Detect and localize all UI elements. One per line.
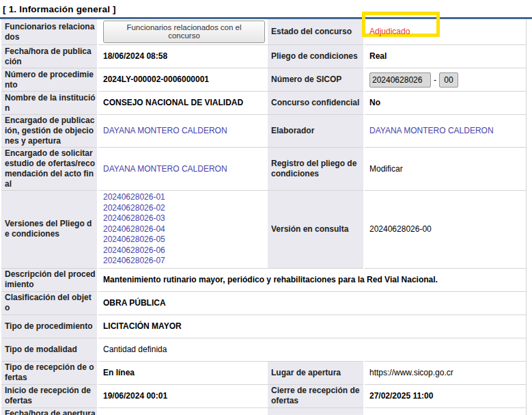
field-value: https://www.sicop.go.cr [364, 361, 526, 384]
table-row: Clasificación del objetoOBRA PÚBLICA [1, 291, 526, 314]
field-label: Versiones del Pliego de condiciones [1, 191, 98, 269]
field-value: 27/02/2025 11:00 [98, 407, 268, 415]
user-link[interactable]: DAYANA MONTERO CALDERON [103, 126, 227, 135]
table-row: Número de procedimiento2024LY-000002-000… [1, 68, 526, 92]
field-value: 27/02/2025 11:00 [364, 384, 526, 407]
table-row: Funcionarios relacionadosFuncionarios re… [1, 19, 526, 45]
table-row: Versiones del Pliego de condiciones20240… [1, 191, 526, 269]
table-row: Tipo de recepción de ofertasEn líneaLuga… [1, 361, 526, 384]
field-label: Fecha/hora de publicación [1, 45, 98, 68]
field-label: Fecha/hora de apertura de ofertas [1, 407, 98, 415]
field-label: Nombre de la institución [1, 92, 98, 115]
field-label: Clasificación del objeto [1, 291, 98, 314]
sicop-version-input [439, 72, 458, 88]
field-value: 50 Días hábiles [364, 407, 526, 415]
field-label: Concurso confidencial [268, 92, 364, 115]
sicop-number-input [369, 72, 431, 88]
field-label: Lugar de apertura [268, 361, 364, 384]
field-label: Pliego de condiciones [268, 45, 364, 68]
version-link[interactable]: 20240628026-06 [103, 245, 265, 256]
field-value: LICITACIÓN MAYOR [98, 314, 526, 338]
field-value: 18/06/2024 08:58 [98, 45, 268, 68]
field-label: Funcionarios relacionados [1, 19, 98, 45]
version-link[interactable]: 20240628026-03 [103, 213, 265, 224]
field-value: 20240628026-00 [364, 191, 526, 269]
field-label: Versión en consulta [268, 191, 364, 269]
field-value: Mantenimiento rutinario mayor, periódico… [98, 268, 526, 291]
field-label: Encargado de publicación, gestión de obj… [1, 115, 98, 148]
field-value: No [364, 92, 526, 115]
version-link[interactable]: 20240628026-02 [103, 203, 265, 214]
version-links-list: 20240628026-0120240628026-0220240628026-… [103, 192, 265, 267]
section-title: [ 1. Información general ] [0, 0, 532, 17]
table-row: Encargado de solicitar estudio de oferta… [1, 148, 526, 191]
table-row: Encargado de publicación, gestión de obj… [1, 115, 526, 148]
informacion-general-panel: [ 1. Información general ] Funcionarios … [0, 0, 532, 415]
field-value: OBRA PÚBLICA [98, 291, 526, 314]
field-label: Tipo de modalidad [1, 338, 98, 361]
table-row: Tipo de modalidadCantidad definida [1, 338, 526, 361]
field-value: Cantidad definida [98, 338, 526, 361]
field-label: Cierre de recepción de ofertas [268, 384, 364, 407]
field-value: 2024LY-000002-0006000001 [98, 68, 268, 92]
field-label: Registro del pliego de condiciones [268, 148, 364, 191]
field-label: Número de SICOP [268, 68, 364, 92]
table-row: Descripción del procedimientoMantenimien… [1, 268, 526, 291]
field-label: Elaborador [268, 115, 364, 148]
version-link[interactable]: 20240628026-01 [103, 192, 265, 203]
field-value: 19/06/2024 00:01 [98, 384, 268, 407]
table-row: Tipo de procedimientoLICITACIÓN MAYOR [1, 314, 526, 338]
version-link[interactable]: 20240628026-07 [103, 256, 265, 267]
field-label: Inicio de recepción de ofertas [1, 384, 98, 407]
user-link[interactable]: DAYANA MONTERO CALDERON [103, 164, 227, 174]
table-row: Nombre de la instituciónCONSEJO NACIONAL… [1, 92, 526, 115]
table-row: Inicio de recepción de ofertas19/06/2024… [1, 384, 526, 407]
funcionarios-relacionados-button[interactable]: Funcionarios relacionados con el concurs… [103, 21, 265, 43]
estado-concurso-value: Adjudicado [369, 27, 410, 36]
field-label: Tipo de procedimiento [1, 314, 98, 338]
info-table: Funcionarios relacionadosFuncionarios re… [1, 19, 527, 415]
field-label: Número de procedimiento [1, 68, 98, 92]
field-label: Tipo de recepción de ofertas [1, 361, 98, 384]
field-value: CONSEJO NACIONAL DE VIALIDAD [98, 92, 268, 115]
field-label: Encargado de solicitar estudio de oferta… [1, 148, 98, 191]
field-label: Plazo del acto final [268, 407, 364, 415]
user-link[interactable]: DAYANA MONTERO CALDERON [369, 126, 494, 135]
field-label: Descripción del procedimiento [1, 268, 98, 291]
info-table-body: Funcionarios relacionadosFuncionarios re… [1, 19, 526, 415]
version-link[interactable]: 20240628026-04 [103, 224, 265, 235]
field-value: Modificar [364, 148, 526, 191]
field-label: Estado del concurso [268, 19, 364, 45]
field-value: Real [364, 45, 526, 68]
table-row: Fecha/hora de apertura de ofertas27/02/2… [1, 407, 526, 415]
version-link[interactable]: 20240628026-05 [103, 235, 265, 245]
table-row: Fecha/hora de publicación18/06/2024 08:5… [1, 45, 526, 68]
field-value: En línea [98, 361, 268, 384]
sicop-number-separator: - [434, 75, 436, 85]
